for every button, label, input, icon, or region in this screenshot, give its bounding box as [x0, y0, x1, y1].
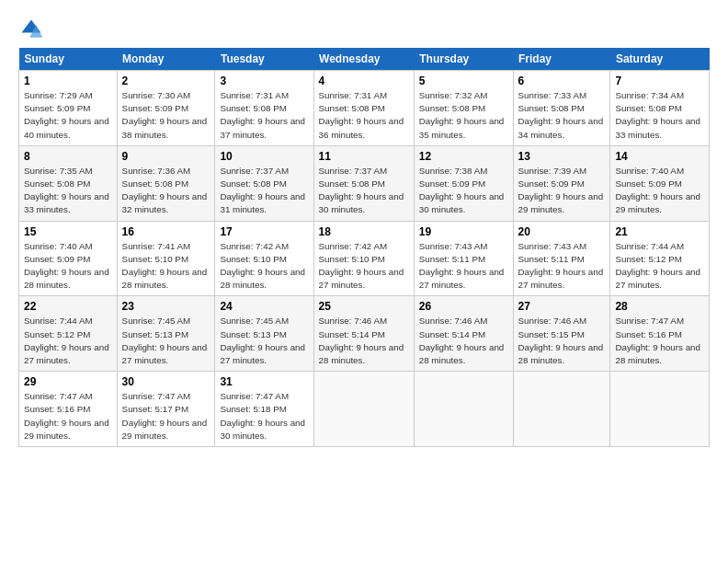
day-info: Sunrise: 7:46 AMSunset: 5:14 PMDaylight:… — [419, 315, 508, 367]
calendar-week-row: 8Sunrise: 7:35 AMSunset: 5:08 PMDaylight… — [19, 145, 710, 221]
page: SundayMondayTuesdayWednesdayThursdayFrid… — [0, 0, 728, 456]
calendar-cell: 21Sunrise: 7:44 AMSunset: 5:12 PMDayligh… — [610, 221, 710, 296]
day-number: 8 — [24, 150, 112, 163]
day-info: Sunrise: 7:37 AMSunset: 5:08 PMDaylight:… — [220, 165, 308, 217]
day-number: 4 — [319, 75, 409, 87]
calendar-week-row: 29Sunrise: 7:47 AMSunset: 5:16 PMDayligh… — [19, 372, 710, 447]
day-info: Sunrise: 7:45 AMSunset: 5:13 PMDaylight:… — [220, 315, 308, 367]
calendar-cell — [313, 372, 414, 447]
day-of-week-header: Monday — [117, 48, 215, 71]
day-info: Sunrise: 7:32 AMSunset: 5:08 PMDaylight:… — [419, 89, 508, 142]
day-number: 6 — [518, 75, 606, 87]
day-of-week-header: Tuesday — [215, 48, 313, 71]
calendar-cell: 29Sunrise: 7:47 AMSunset: 5:16 PMDayligh… — [19, 372, 118, 447]
logo-icon — [18, 17, 44, 42]
day-info: Sunrise: 7:47 AMSunset: 5:17 PMDaylight:… — [122, 390, 210, 442]
day-of-week-header: Thursday — [414, 48, 513, 71]
day-of-week-header: Wednesday — [313, 48, 414, 71]
calendar-cell: 5Sunrise: 7:32 AMSunset: 5:08 PMDaylight… — [414, 71, 513, 146]
calendar-cell: 8Sunrise: 7:35 AMSunset: 5:08 PMDaylight… — [19, 145, 118, 221]
day-number: 30 — [122, 375, 210, 388]
day-number: 20 — [518, 225, 606, 238]
calendar-cell: 24Sunrise: 7:45 AMSunset: 5:13 PMDayligh… — [215, 296, 313, 372]
day-number: 18 — [319, 225, 409, 238]
header — [18, 17, 710, 42]
day-number: 26 — [419, 300, 508, 313]
calendar-cell — [414, 372, 513, 447]
day-number: 7 — [615, 75, 704, 87]
calendar-cell: 22Sunrise: 7:44 AMSunset: 5:12 PMDayligh… — [19, 296, 118, 372]
calendar-cell: 28Sunrise: 7:47 AMSunset: 5:16 PMDayligh… — [610, 296, 710, 372]
calendar-header-row: SundayMondayTuesdayWednesdayThursdayFrid… — [19, 48, 710, 71]
calendar-table: SundayMondayTuesdayWednesdayThursdayFrid… — [18, 48, 710, 447]
day-info: Sunrise: 7:31 AMSunset: 5:08 PMDaylight:… — [220, 89, 308, 142]
day-of-week-header: Saturday — [610, 48, 710, 71]
day-number: 16 — [122, 225, 210, 238]
day-info: Sunrise: 7:41 AMSunset: 5:10 PMDaylight:… — [122, 240, 210, 293]
calendar-cell: 4Sunrise: 7:31 AMSunset: 5:08 PMDaylight… — [313, 71, 414, 146]
day-info: Sunrise: 7:43 AMSunset: 5:11 PMDaylight:… — [419, 240, 508, 293]
day-number: 10 — [220, 150, 308, 163]
day-number: 2 — [122, 75, 210, 87]
day-number: 12 — [419, 150, 508, 163]
calendar-cell: 19Sunrise: 7:43 AMSunset: 5:11 PMDayligh… — [414, 221, 513, 296]
calendar-cell — [610, 372, 710, 447]
day-number: 23 — [122, 300, 210, 313]
calendar-cell: 30Sunrise: 7:47 AMSunset: 5:17 PMDayligh… — [117, 372, 215, 447]
day-number: 19 — [419, 225, 508, 238]
calendar-cell: 18Sunrise: 7:42 AMSunset: 5:10 PMDayligh… — [313, 221, 414, 296]
day-info: Sunrise: 7:44 AMSunset: 5:12 PMDaylight:… — [615, 240, 704, 293]
calendar-cell: 26Sunrise: 7:46 AMSunset: 5:14 PMDayligh… — [414, 296, 513, 372]
day-info: Sunrise: 7:29 AMSunset: 5:09 PMDaylight:… — [24, 89, 112, 142]
calendar-week-row: 1Sunrise: 7:29 AMSunset: 5:09 PMDaylight… — [19, 71, 710, 146]
day-number: 11 — [319, 150, 409, 163]
calendar-week-row: 22Sunrise: 7:44 AMSunset: 5:12 PMDayligh… — [19, 296, 710, 372]
day-number: 31 — [220, 375, 308, 388]
logo — [18, 17, 46, 42]
day-info: Sunrise: 7:34 AMSunset: 5:08 PMDaylight:… — [615, 89, 704, 142]
day-number: 28 — [615, 300, 704, 313]
calendar-cell: 7Sunrise: 7:34 AMSunset: 5:08 PMDaylight… — [610, 71, 710, 146]
day-number: 15 — [24, 225, 112, 238]
day-info: Sunrise: 7:39 AMSunset: 5:09 PMDaylight:… — [518, 165, 606, 217]
calendar-cell: 27Sunrise: 7:46 AMSunset: 5:15 PMDayligh… — [513, 296, 610, 372]
day-info: Sunrise: 7:44 AMSunset: 5:12 PMDaylight:… — [24, 315, 112, 367]
calendar-cell: 10Sunrise: 7:37 AMSunset: 5:08 PMDayligh… — [215, 145, 313, 221]
day-number: 14 — [615, 150, 704, 163]
day-number: 1 — [24, 75, 112, 87]
day-number: 3 — [220, 75, 308, 87]
day-info: Sunrise: 7:42 AMSunset: 5:10 PMDaylight:… — [220, 240, 308, 293]
day-number: 24 — [220, 300, 308, 313]
calendar-cell: 2Sunrise: 7:30 AMSunset: 5:09 PMDaylight… — [117, 71, 215, 146]
calendar-cell: 14Sunrise: 7:40 AMSunset: 5:09 PMDayligh… — [610, 145, 710, 221]
calendar-cell: 20Sunrise: 7:43 AMSunset: 5:11 PMDayligh… — [513, 221, 610, 296]
day-info: Sunrise: 7:31 AMSunset: 5:08 PMDaylight:… — [319, 89, 409, 142]
calendar-week-row: 15Sunrise: 7:40 AMSunset: 5:09 PMDayligh… — [19, 221, 710, 296]
day-info: Sunrise: 7:40 AMSunset: 5:09 PMDaylight:… — [24, 240, 112, 293]
day-number: 29 — [24, 375, 112, 388]
calendar-cell: 9Sunrise: 7:36 AMSunset: 5:08 PMDaylight… — [117, 145, 215, 221]
calendar-cell: 23Sunrise: 7:45 AMSunset: 5:13 PMDayligh… — [117, 296, 215, 372]
calendar-body: 1Sunrise: 7:29 AMSunset: 5:09 PMDaylight… — [19, 71, 710, 447]
day-info: Sunrise: 7:40 AMSunset: 5:09 PMDaylight:… — [615, 165, 704, 217]
calendar-cell: 11Sunrise: 7:37 AMSunset: 5:08 PMDayligh… — [313, 145, 414, 221]
day-of-week-header: Sunday — [19, 48, 118, 71]
day-number: 17 — [220, 225, 308, 238]
calendar-cell: 25Sunrise: 7:46 AMSunset: 5:14 PMDayligh… — [313, 296, 414, 372]
day-info: Sunrise: 7:46 AMSunset: 5:15 PMDaylight:… — [518, 315, 606, 367]
day-info: Sunrise: 7:33 AMSunset: 5:08 PMDaylight:… — [518, 89, 606, 142]
day-info: Sunrise: 7:43 AMSunset: 5:11 PMDaylight:… — [518, 240, 606, 293]
day-info: Sunrise: 7:37 AMSunset: 5:08 PMDaylight:… — [319, 165, 409, 217]
day-number: 5 — [419, 75, 508, 87]
day-number: 9 — [122, 150, 210, 163]
day-info: Sunrise: 7:47 AMSunset: 5:16 PMDaylight:… — [615, 315, 704, 367]
day-number: 13 — [518, 150, 606, 163]
day-info: Sunrise: 7:47 AMSunset: 5:16 PMDaylight:… — [24, 390, 112, 442]
day-info: Sunrise: 7:46 AMSunset: 5:14 PMDaylight:… — [319, 315, 409, 367]
calendar-cell: 1Sunrise: 7:29 AMSunset: 5:09 PMDaylight… — [19, 71, 118, 146]
day-number: 21 — [615, 225, 704, 238]
day-number: 27 — [518, 300, 606, 313]
day-info: Sunrise: 7:30 AMSunset: 5:09 PMDaylight:… — [122, 89, 210, 142]
day-info: Sunrise: 7:36 AMSunset: 5:08 PMDaylight:… — [122, 165, 210, 217]
day-info: Sunrise: 7:45 AMSunset: 5:13 PMDaylight:… — [122, 315, 210, 367]
